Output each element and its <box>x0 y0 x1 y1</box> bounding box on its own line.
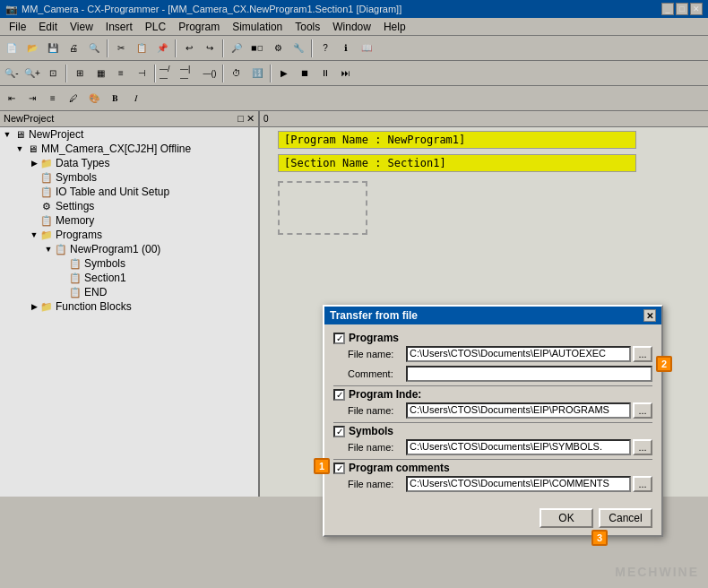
divider-3 <box>333 459 652 460</box>
symbols-browse-button[interactable]: ... <box>633 439 652 455</box>
programs-file-label: File name: <box>348 349 406 359</box>
symbols-file-label: File name: <box>348 442 406 453</box>
programs-file-input[interactable]: C:\Users\CTOS\Documents\EIP\AUTOEXEC <box>406 346 631 362</box>
programindex-browse-button[interactable]: ... <box>633 402 652 419</box>
badge-1: 1 <box>314 458 330 474</box>
symbols-file-input[interactable]: C:\Users\CTOS\Documents\EIP\SYMBOLS. <box>406 439 631 455</box>
section-programs-label: Programs <box>349 332 399 344</box>
section-comments-header: ✓ Program comments <box>333 462 652 474</box>
dialog-buttons: OK Cancel <box>324 503 661 535</box>
cancel-button[interactable]: Cancel <box>599 508 652 528</box>
badge-3: 3 <box>591 530 608 546</box>
programs-comment-row: Comment: <box>333 366 652 382</box>
symbols-file-row: File name: C:\Users\CTOS\Documents\EIP\S… <box>333 439 652 455</box>
badge-2: 2 <box>656 356 672 372</box>
checkbox-programs[interactable]: ✓ <box>333 333 345 344</box>
checkbox-programindex[interactable]: ✓ <box>333 389 345 401</box>
ok-button[interactable]: OK <box>540 508 593 528</box>
dialog-body: ✓ Programs File name: C:\Users\CTOS\Docu… <box>324 324 661 503</box>
section-comments-label: Program comments <box>349 462 450 474</box>
checkbox-comments[interactable]: ✓ <box>333 463 345 474</box>
transfer-dialog: Transfer from file ✕ ✓ Programs File nam… <box>323 305 663 537</box>
programs-comment-label: Comment: <box>348 368 406 379</box>
dialog-close-button[interactable]: ✕ <box>643 309 656 322</box>
checkbox-symbols[interactable]: ✓ <box>333 426 345 437</box>
divider-1 <box>333 385 652 386</box>
section-programs-header: ✓ Programs <box>333 332 652 344</box>
section-programindex-header: ✓ Program Inde: <box>333 388 652 401</box>
section-symbols-header: ✓ Symbols <box>333 425 652 437</box>
programindex-file-input[interactable]: C:\Users\CTOS\Documents\EIP\PROGRAMS <box>406 402 631 419</box>
dialog-title-text: Transfer from file <box>330 309 418 322</box>
section-programindex-label: Program Inde: <box>349 388 421 401</box>
comments-file-input[interactable]: C:\Users\CTOS\Documents\EIP\COMMENTS <box>406 476 631 492</box>
dialog-title-bar: Transfer from file ✕ <box>324 307 661 324</box>
programs-browse-button[interactable]: ... <box>633 346 652 362</box>
divider-2 <box>333 422 652 423</box>
comments-file-label: File name: <box>348 479 406 489</box>
comments-file-row: File name: C:\Users\CTOS\Documents\EIP\C… <box>333 476 652 492</box>
programindex-file-row: File name: C:\Users\CTOS\Documents\EIP\P… <box>333 402 652 419</box>
programs-comment-input[interactable] <box>406 366 652 382</box>
dialog-overlay: Transfer from file ✕ ✓ Programs File nam… <box>0 0 708 588</box>
programindex-file-label: File name: <box>348 405 406 416</box>
section-symbols-label: Symbols <box>349 425 393 437</box>
programs-file-row: File name: C:\Users\CTOS\Documents\EIP\A… <box>333 346 652 362</box>
comments-browse-button[interactable]: ... <box>633 476 652 492</box>
